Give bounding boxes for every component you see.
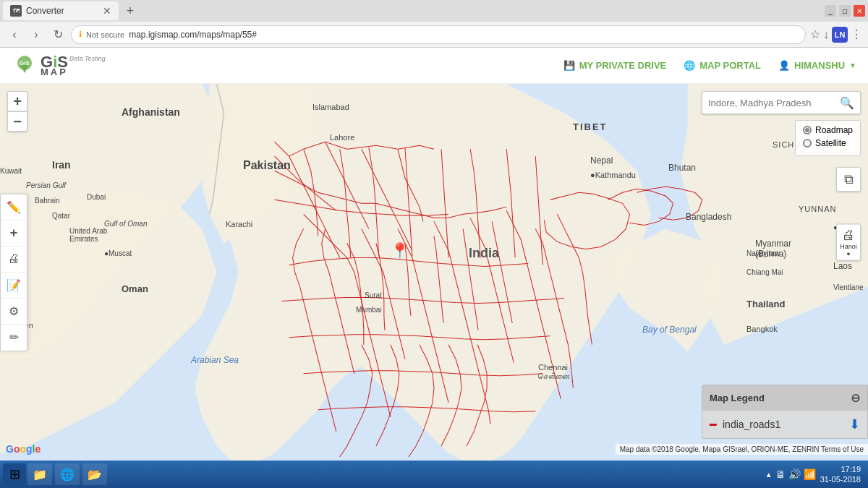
- layer-control[interactable]: ⧉: [836, 167, 861, 192]
- zoom-out-button[interactable]: −: [7, 111, 27, 132]
- clock[interactable]: 17:19 31-05-2018: [820, 464, 861, 485]
- legend-item-label: india_roads1: [723, 419, 780, 430]
- hanoi-print-area: 🖨 Hanoi ●: [836, 223, 861, 260]
- security-label: Not secure: [86, 30, 124, 39]
- menu-icon[interactable]: ⋮: [851, 27, 862, 41]
- drive-icon: 💾: [563, 60, 575, 71]
- tab-title: Converter: [26, 6, 64, 16]
- plus-icon: +: [13, 93, 22, 110]
- layers-button[interactable]: ⧉: [836, 167, 861, 192]
- map-controls: + −: [7, 91, 27, 132]
- roadmap-radio[interactable]: [803, 126, 812, 134]
- roadmap-option[interactable]: Roadmap: [803, 125, 853, 135]
- active-tab[interactable]: 🗺 Converter ✕: [3, 1, 119, 20]
- map-portal-nav[interactable]: 🌐 MAP PORTAL: [684, 60, 761, 71]
- taskbar-chrome[interactable]: 🌐: [55, 463, 80, 485]
- satellite-option[interactable]: Satellite: [803, 138, 853, 148]
- taskbar-file-explorer[interactable]: 📁: [27, 463, 52, 485]
- search-box[interactable]: 🔍: [702, 91, 861, 114]
- back-button[interactable]: ‹: [6, 26, 23, 43]
- reload-button[interactable]: ↻: [49, 26, 67, 43]
- app-header: GiS G i S Beta Testing MAP 💾 MY PRIVATE …: [0, 48, 868, 84]
- legend-title: Map Legend: [710, 393, 765, 403]
- tab-bar: 🗺 Converter ✕ + _ □ ✕: [0, 0, 868, 22]
- chrome-icon: 🌐: [60, 468, 75, 481]
- zoom-in-button[interactable]: +: [7, 91, 27, 111]
- chevron-down-icon: ▼: [849, 61, 856, 69]
- search-button[interactable]: 🔍: [840, 96, 854, 110]
- url-text: map.igismap.com/maps/map/55#: [129, 30, 257, 40]
- header-nav: 💾 MY PRIVATE DRIVE 🌐 MAP PORTAL 👤 HIMANS…: [563, 60, 856, 71]
- svg-text:GiS: GiS: [20, 60, 30, 67]
- layers-icon: ⧉: [844, 172, 854, 187]
- legend-download-button[interactable]: ⬇: [849, 416, 860, 432]
- tray-signal-icon: 📶: [804, 468, 816, 480]
- search-input[interactable]: [708, 98, 840, 108]
- start-button[interactable]: ⊞: [3, 463, 26, 485]
- add-tool[interactable]: +: [1, 221, 27, 247]
- date-display: 31-05-2018: [820, 474, 861, 484]
- beta-badge: Beta Testing: [69, 56, 106, 62]
- satellite-radio[interactable]: [803, 139, 812, 147]
- portal-label: MAP PORTAL: [699, 60, 761, 71]
- map-legend: Map Legend ⊖ ━ india_roads1 ⬇: [702, 385, 868, 439]
- map-attribution: Map data ©2018 Google, Mapa GISrael, ORI…: [616, 444, 868, 455]
- tray-network-icon: 🖥: [775, 468, 786, 480]
- legend-color-indicator: ━: [710, 418, 717, 432]
- address-field[interactable]: ℹ Not secure map.igismap.com/maps/map/55…: [71, 25, 806, 44]
- profile-icon[interactable]: LN: [832, 27, 848, 43]
- hanoi-marker: ●: [846, 249, 850, 257]
- legend-header: Map Legend ⊖: [702, 385, 867, 411]
- taskbar: ⊞ 📁 🌐 📂 ▲ 🖥 🔊 📶 17:19 31-05-2018: [0, 461, 868, 488]
- time-display: 17:19: [820, 464, 861, 474]
- minus-icon: −: [13, 114, 22, 130]
- drive-label: MY PRIVATE DRIVE: [579, 60, 667, 71]
- print-tool[interactable]: 🖨: [1, 247, 27, 273]
- google-logo: Google: [6, 443, 41, 455]
- print-right-button[interactable]: 🖨 Hanoi ●: [836, 223, 861, 260]
- system-tray: ▲ 🖥 🔊 📶: [765, 468, 816, 480]
- extension-icon[interactable]: ↓: [823, 28, 829, 41]
- satellite-label: Satellite: [815, 138, 846, 148]
- forward-button[interactable]: ›: [27, 26, 45, 43]
- map-type-controls: Roadmap Satellite: [795, 120, 861, 156]
- print-right-icon: 🖨: [842, 227, 855, 242]
- logo[interactable]: GiS G i S Beta Testing MAP: [12, 53, 106, 79]
- tray-up-icon[interactable]: ▲: [765, 471, 773, 479]
- taskbar-right: ▲ 🖥 🔊 📶 17:19 31-05-2018: [765, 464, 865, 485]
- edit-tool[interactable]: 📝: [1, 273, 27, 299]
- pencil-tool[interactable]: ✏: [1, 325, 27, 351]
- legend-body: ━ india_roads1 ⬇: [702, 411, 867, 438]
- my-private-drive-nav[interactable]: 💾 MY PRIVATE DRIVE: [563, 60, 667, 71]
- settings-tool[interactable]: ⚙: [1, 299, 27, 325]
- tab-close-btn[interactable]: ✕: [103, 5, 111, 17]
- user-nav[interactable]: 👤 HIMANSHU ▼: [778, 60, 856, 71]
- portal-icon: 🌐: [684, 60, 695, 71]
- roadmap-label: Roadmap: [815, 125, 853, 135]
- left-tool-panel: ✏️ + 🖨 📝 ⚙ ✏: [0, 194, 27, 351]
- hanoi-label: Hanoi: [840, 242, 857, 249]
- map-container[interactable]: Afghanistan Iran Pakistan Islamabad Laho…: [0, 84, 868, 461]
- location-pin: 📍: [390, 242, 409, 261]
- security-icon: ℹ: [79, 30, 82, 39]
- logo-map-text: MAP: [41, 67, 106, 77]
- legend-close-button[interactable]: ⊖: [851, 391, 860, 405]
- tab-favicon: 🗺: [10, 5, 22, 17]
- logo-svg: GiS: [12, 53, 38, 79]
- tray-volume-icon: 🔊: [788, 468, 801, 480]
- bookmark-icon[interactable]: ☆: [810, 27, 820, 41]
- folder-icon: 📁: [33, 468, 47, 481]
- windows-icon: ⊞: [9, 466, 20, 482]
- address-bar: ‹ › ↻ ℹ Not secure map.igismap.com/maps/…: [0, 22, 868, 48]
- new-tab-button[interactable]: +: [120, 1, 140, 20]
- taskbar-folder[interactable]: 📂: [82, 463, 107, 485]
- draw-tool[interactable]: ✏️: [1, 194, 27, 221]
- folder2-icon: 📂: [88, 468, 102, 481]
- user-label: HIMANSHU: [794, 60, 845, 71]
- user-icon: 👤: [778, 60, 790, 71]
